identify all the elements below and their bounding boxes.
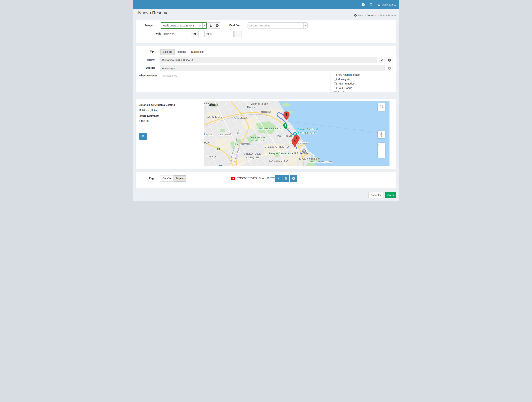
clear-passenger-icon[interactable]: × bbox=[198, 24, 202, 27]
street-view-pegman-button[interactable] bbox=[378, 131, 385, 138]
map-label: linghurst bbox=[204, 133, 213, 136]
con-mascota-checkbox[interactable] bbox=[334, 91, 337, 92]
plus-circle-icon bbox=[292, 177, 295, 180]
plus-circle-icon bbox=[388, 67, 391, 70]
dest-frec-select[interactable]: Destino Frecuente bbox=[247, 22, 308, 29]
notifications-bell-icon[interactable] bbox=[369, 3, 373, 6]
breadcrumb-separator: > bbox=[378, 14, 379, 17]
pago-tarjeta-button[interactable]: Tarjeta bbox=[174, 175, 186, 182]
swap-origin-destination-button[interactable] bbox=[379, 57, 386, 63]
map-label: VILLA DEL bbox=[244, 152, 261, 155]
fullscreen-icon bbox=[380, 105, 383, 108]
auto-fumador-checkbox[interactable] bbox=[334, 83, 337, 85]
mensajeria-checkbox[interactable] bbox=[334, 78, 337, 81]
pegman-icon bbox=[380, 132, 383, 137]
pedido-label: Pedido* bbox=[136, 32, 155, 35]
dashboard-gauge-icon bbox=[354, 14, 357, 17]
calendar-button[interactable] bbox=[191, 31, 198, 37]
map-type-satelite[interactable]: Satélite bbox=[205, 103, 221, 106]
cancel-button[interactable]: Cancelar bbox=[368, 192, 383, 198]
map-label: Parque Centenario bbox=[269, 152, 292, 155]
calendar-icon bbox=[193, 33, 196, 35]
new-reservation-page: ? Maria Juarez Nueva Reserva Inicio > Se… bbox=[133, 0, 399, 201]
map-label: Museo Nacional bbox=[298, 128, 318, 131]
dest-frec-caret[interactable] bbox=[303, 23, 307, 28]
map-label: Vicente López bbox=[251, 102, 268, 105]
map-label: PUERTO MADERO bbox=[310, 160, 332, 163]
swap-arrows-icon bbox=[381, 59, 384, 62]
top-navbar: ? Maria Juarez bbox=[133, 0, 399, 9]
zoom-out-button[interactable]: − bbox=[378, 143, 380, 147]
user-icon bbox=[378, 3, 380, 6]
recalculate-button[interactable] bbox=[139, 133, 147, 140]
passenger-select-caret[interactable] bbox=[202, 23, 206, 28]
page-title: Nueva Reserva bbox=[138, 10, 169, 15]
svg-text:B: B bbox=[285, 113, 288, 116]
pedido-time-input[interactable] bbox=[204, 31, 234, 37]
observaciones-label: Observaciones bbox=[136, 74, 158, 77]
clock-button[interactable] bbox=[234, 31, 241, 37]
dest-frec-label: Dest.Frec. bbox=[216, 24, 242, 27]
map-label: AGRONOMÍA bbox=[235, 143, 251, 145]
dest-frec-placeholder: Destino Frecuente bbox=[248, 24, 303, 27]
map-label: NÚÑEZ bbox=[261, 111, 271, 113]
distance-title: Distancia de Origen a Destino bbox=[139, 103, 175, 106]
price-title: Precio Estimado bbox=[139, 114, 159, 117]
google-map[interactable]: é León uá Vicente López Florida NÚÑEZ Vi… bbox=[204, 102, 389, 166]
service-auto-fumador[interactable]: Auto Fumador bbox=[334, 82, 395, 85]
pago-cta-cte-button[interactable]: Cta Cte bbox=[160, 175, 174, 182]
passenger-select[interactable]: Maria Juarez - 1102294548 × bbox=[161, 22, 207, 29]
map-label: PALERMO bbox=[277, 134, 294, 138]
caret-down-icon bbox=[204, 25, 205, 26]
person-icon bbox=[209, 24, 212, 27]
tipo-solo-ida-button[interactable]: Sólo ida bbox=[160, 49, 175, 55]
service-baul-grande[interactable]: Baúl Grande bbox=[334, 86, 395, 90]
route-8-shield: 8 bbox=[217, 147, 220, 150]
passenger-card: Pasajero Maria Juarez - 1102294548 × Des… bbox=[136, 20, 397, 43]
map-label: osch bbox=[204, 141, 209, 144]
add-destination-button[interactable] bbox=[386, 65, 393, 71]
card-number-text: 371595*****0859 - Venc: 10/2022 bbox=[237, 177, 276, 180]
caret-down-icon bbox=[305, 25, 306, 26]
baul-grande-checkbox[interactable] bbox=[334, 87, 337, 89]
create-button[interactable]: Crear bbox=[385, 192, 396, 198]
pasajero-label: Pasajero bbox=[136, 24, 155, 27]
service-aire-acondicionado[interactable]: Aire Acondicionado bbox=[334, 73, 395, 77]
service-con-mascota[interactable]: Con Mascota bbox=[334, 91, 395, 92]
map-label: VILLA CRESPO bbox=[265, 145, 289, 148]
aire-acondicionado-checkbox[interactable] bbox=[334, 74, 337, 76]
map-label: de Bellas Artes bbox=[298, 131, 317, 134]
tipo-retorno-button[interactable]: Retorno bbox=[174, 49, 189, 55]
observaciones-textarea[interactable] bbox=[161, 73, 331, 90]
hamburger-menu-icon[interactable] bbox=[135, 2, 140, 7]
map-label: Villa Martelli bbox=[234, 117, 248, 120]
tipo-label: Tipo bbox=[136, 50, 155, 53]
fullscreen-button[interactable] bbox=[378, 103, 385, 111]
waypoint-3-button[interactable]: 3 bbox=[219, 165, 222, 166]
service-mensajeria[interactable]: Mensajería bbox=[334, 77, 395, 81]
pedido-date-input[interactable] bbox=[161, 31, 191, 37]
tipo-disposicion-button[interactable]: Disposición bbox=[189, 49, 207, 55]
breadcrumb-current: Nueva Reserva bbox=[380, 14, 396, 17]
trip-card: Tipo Sólo ida Retorno Disposición Origen… bbox=[136, 46, 397, 92]
trash-icon bbox=[285, 177, 287, 180]
breadcrumb-inicio[interactable]: Inicio bbox=[358, 14, 363, 17]
breadcrumb-servicios[interactable]: Servicios bbox=[367, 14, 376, 17]
origen-label: Origen bbox=[136, 58, 155, 61]
delete-card-button[interactable] bbox=[282, 175, 289, 182]
map-label: Cementerio de bbox=[250, 136, 265, 139]
add-card-button[interactable] bbox=[290, 175, 297, 182]
help-icon[interactable]: ? bbox=[361, 3, 365, 6]
map-label: San Martín bbox=[220, 133, 232, 136]
user-menu[interactable]: Maria Juarez bbox=[378, 3, 397, 6]
plus-circle-icon bbox=[388, 59, 391, 62]
map-label: MONSERRAT bbox=[299, 158, 320, 161]
zoom-control: + − bbox=[378, 143, 385, 158]
add-origin-button[interactable] bbox=[386, 57, 393, 63]
view-passenger-button[interactable] bbox=[208, 22, 214, 29]
edit-card-button[interactable] bbox=[275, 175, 282, 182]
passenger-select-value: Maria Juarez - 1102294548 bbox=[161, 24, 198, 27]
destino-label: Destino bbox=[136, 66, 155, 69]
santander-card-icon bbox=[231, 177, 235, 180]
breadcrumb: Inicio > Servicios > Nueva Reserva bbox=[354, 14, 396, 17]
